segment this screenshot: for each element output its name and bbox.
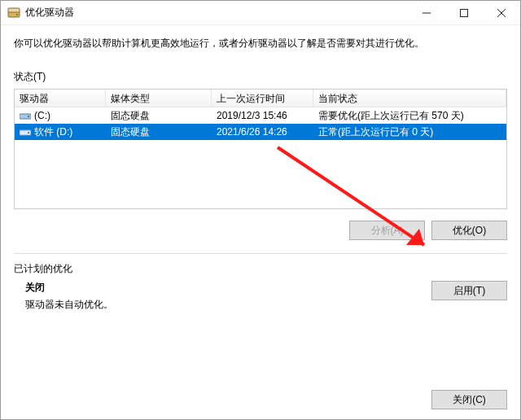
scheduled-desc: 驱动器未自动优化。 — [25, 298, 113, 312]
col-media[interactable]: 媒体类型 — [106, 90, 212, 107]
cell-media: 固态硬盘 — [106, 125, 212, 139]
table-row[interactable]: 软件 (D:) 固态硬盘 2021/6/26 14:26 正常(距上次运行已有 … — [15, 124, 506, 140]
optimize-drives-window: 优化驱动器 你可以优化驱动器以帮助计算机更高效地运行，或者分析驱动器以了解是否需… — [0, 0, 521, 420]
enable-button[interactable]: 启用(T) — [431, 281, 507, 300]
cell-status: 正常(距上次运行已有 0 天) — [313, 125, 506, 139]
drive-d-icon — [20, 127, 31, 137]
minimize-button[interactable] — [408, 1, 445, 25]
cell-status: 需要优化(距上次运行已有 570 天) — [313, 109, 506, 123]
status-label: 状态(T) — [14, 70, 507, 84]
svg-rect-4 — [461, 9, 468, 16]
titlebar: 优化驱动器 — [1, 1, 520, 25]
col-drive[interactable]: 驱动器 — [15, 90, 106, 107]
svg-point-2 — [16, 14, 18, 15]
analyze-button[interactable]: 分析(A) — [349, 221, 425, 240]
svg-point-8 — [28, 116, 29, 117]
separator — [14, 253, 507, 254]
list-header[interactable]: 驱动器 媒体类型 上一次运行时间 当前状态 — [15, 90, 506, 107]
content-area: 你可以优化驱动器以帮助计算机更高效地运行，或者分析驱动器以了解是否需要对其进行优… — [1, 25, 520, 383]
drive-name: 软件 (D:) — [34, 125, 72, 139]
app-icon — [7, 7, 20, 20]
svg-rect-1 — [8, 8, 20, 12]
cell-last-run: 2019/12/3 15:46 — [212, 110, 313, 121]
analyze-optimize-row: 分析(A) 优化(O) — [14, 221, 507, 240]
scheduled-row: 关闭 驱动器未自动优化。 启用(T) — [14, 281, 507, 312]
maximize-button[interactable] — [445, 1, 483, 25]
svg-point-10 — [28, 132, 29, 133]
close-button[interactable]: 关闭(C) — [431, 390, 507, 409]
cell-drive: (C:) — [15, 110, 106, 121]
table-row[interactable]: (C:) 固态硬盘 2019/12/3 15:46 需要优化(距上次运行已有 5… — [15, 107, 506, 124]
optimize-button[interactable]: 优化(O) — [431, 221, 507, 240]
col-last-run[interactable]: 上一次运行时间 — [212, 90, 313, 107]
col-status[interactable]: 当前状态 — [313, 90, 506, 107]
drives-list[interactable]: 驱动器 媒体类型 上一次运行时间 当前状态 (C:) 固态硬盘 2019/12/… — [14, 89, 507, 209]
description-text: 你可以优化驱动器以帮助计算机更高效地运行，或者分析驱动器以了解是否需要对其进行优… — [14, 37, 507, 50]
drive-c-icon — [20, 111, 31, 120]
drive-name: (C:) — [34, 110, 50, 121]
scheduled-group-label: 已计划的优化 — [14, 262, 507, 276]
close-window-button[interactable] — [483, 1, 520, 25]
cell-drive: 软件 (D:) — [15, 125, 106, 139]
scheduled-state: 关闭 — [25, 281, 113, 295]
window-title: 优化驱动器 — [25, 6, 74, 20]
cell-media: 固态硬盘 — [106, 109, 212, 123]
footer: 关闭(C) — [1, 383, 520, 419]
cell-last-run: 2021/6/26 14:26 — [212, 126, 313, 138]
